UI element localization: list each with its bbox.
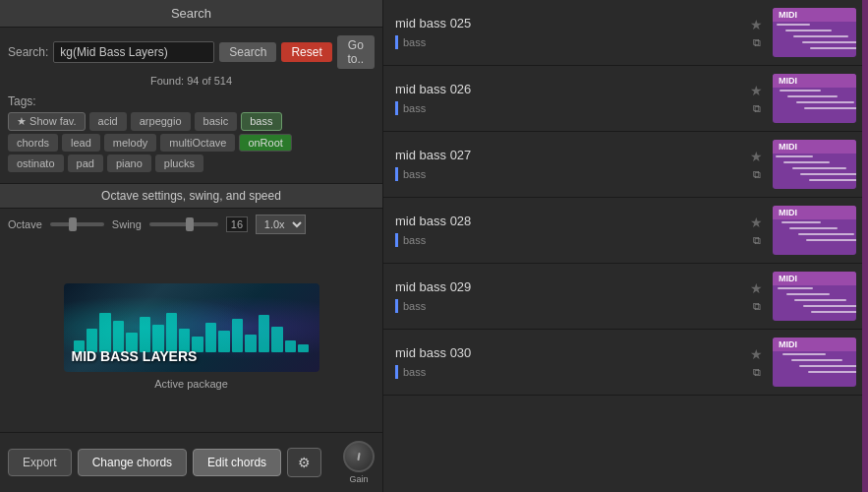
midi-label: MIDI — [773, 272, 856, 285]
left-panel: Search Search: Search Reset Go to.. Foun… — [0, 0, 383, 492]
gain-knob[interactable] — [343, 441, 375, 472]
bottom-toolbar: Export Change chords Edit chords ⚙ Gain — [0, 432, 382, 492]
tag-piano[interactable]: piano — [107, 154, 151, 172]
track-category-row: bass — [395, 34, 740, 49]
package-subtitle: Active package — [154, 378, 228, 390]
midi-pattern — [773, 219, 856, 255]
midi-note — [806, 239, 856, 241]
midi-note — [776, 155, 813, 157]
track-info: mid bass 028bass — [395, 214, 740, 247]
tags-row-3: ostinato pad piano plucks — [8, 154, 375, 172]
tag-arpeggio[interactable]: arpeggio — [131, 112, 191, 131]
tags-label: Tags: — [8, 94, 375, 108]
midi-note — [802, 41, 856, 43]
track-category-row: bass — [395, 232, 740, 247]
package-image: MID BASS LAYERS — [64, 283, 319, 372]
copy-icon[interactable]: ⧉ — [753, 36, 761, 49]
goto-button[interactable]: Go to.. — [337, 35, 375, 69]
track-category: bass — [403, 366, 426, 378]
track-tag-bar — [395, 299, 398, 313]
copy-icon[interactable]: ⧉ — [753, 234, 761, 247]
settings-button[interactable]: ⚙ — [287, 448, 321, 477]
track-actions: ★⧉ — [750, 83, 763, 115]
midi-pattern — [773, 154, 856, 189]
copy-icon[interactable]: ⧉ — [753, 168, 761, 181]
midi-note — [782, 353, 826, 355]
midi-note — [800, 173, 856, 175]
midi-preview: MIDI — [773, 140, 856, 189]
reset-button[interactable]: Reset — [281, 42, 331, 62]
midi-note — [808, 371, 856, 373]
star-icon[interactable]: ★ — [750, 17, 763, 32]
track-category: bass — [403, 168, 426, 180]
track-item[interactable]: mid bass 028bass★⧉MIDI — [383, 198, 868, 264]
copy-icon[interactable]: ⧉ — [753, 102, 761, 115]
speed-select[interactable]: 1.0x 0.5x 2.0x — [256, 215, 306, 234]
track-actions: ★⧉ — [750, 17, 763, 49]
track-tag-bar — [395, 35, 398, 49]
track-actions: ★⧉ — [750, 149, 763, 181]
track-item[interactable]: mid bass 026bass★⧉MIDI — [383, 66, 868, 132]
tags-row-2: chords lead melody multiOctave onRoot — [8, 134, 375, 152]
track-item[interactable]: mid bass 029bass★⧉MIDI — [383, 264, 868, 330]
change-chords-button[interactable]: Change chords — [78, 449, 187, 476]
swing-value-input[interactable] — [226, 216, 248, 232]
track-info: mid bass 026bass — [395, 82, 740, 115]
tag-lead[interactable]: lead — [62, 134, 100, 152]
track-tag-bar — [395, 233, 398, 247]
search-input[interactable] — [53, 41, 214, 63]
star-icon[interactable]: ★ — [750, 215, 763, 230]
edit-chords-button[interactable]: Edit chords — [193, 449, 281, 476]
tag-pad[interactable]: pad — [68, 154, 103, 172]
track-tag-bar — [395, 101, 398, 115]
track-item[interactable]: mid bass 030bass★⧉MIDI — [383, 330, 868, 396]
package-bars — [74, 313, 310, 352]
tag-basic[interactable]: basic — [195, 112, 238, 131]
gain-label: Gain — [349, 474, 368, 484]
export-button[interactable]: Export — [8, 449, 72, 476]
search-button[interactable]: Search — [219, 42, 276, 62]
found-text: Found: 94 of 514 — [0, 73, 382, 91]
swing-slider[interactable] — [149, 222, 218, 226]
tag-onroot[interactable]: onRoot — [239, 134, 291, 152]
star-icon[interactable]: ★ — [750, 280, 763, 296]
copy-icon[interactable]: ⧉ — [753, 366, 761, 379]
package-area: MID BASS LAYERS Active package — [0, 240, 382, 432]
midi-preview: MIDI — [773, 206, 856, 255]
tag-fav[interactable]: ★ Show fav. — [8, 112, 86, 131]
tag-bass[interactable]: bass — [241, 112, 281, 131]
track-item[interactable]: mid bass 025bass★⧉MIDI — [383, 0, 868, 66]
track-name: mid bass 030 — [395, 345, 740, 360]
midi-note — [799, 365, 856, 367]
midi-preview: MIDI — [773, 74, 856, 123]
track-category-row: bass — [395, 298, 740, 313]
midi-note — [804, 107, 856, 109]
star-icon[interactable]: ★ — [750, 346, 763, 362]
midi-label: MIDI — [773, 74, 856, 88]
search-label: Search: — [8, 45, 48, 59]
tag-chords[interactable]: chords — [8, 134, 58, 152]
track-category-row: bass — [395, 364, 740, 379]
tag-melody[interactable]: melody — [104, 134, 156, 152]
tag-plucks[interactable]: plucks — [155, 154, 203, 172]
track-tag-bar — [395, 167, 398, 181]
copy-icon[interactable]: ⧉ — [753, 300, 761, 313]
midi-pattern — [773, 351, 856, 387]
tag-ostinato[interactable]: ostinato — [8, 154, 64, 172]
track-category: bass — [403, 36, 426, 48]
track-category-row: bass — [395, 100, 740, 115]
midi-note — [811, 311, 856, 313]
track-tag-bar — [395, 365, 398, 379]
search-header: Search — [0, 0, 382, 28]
tag-multioctave[interactable]: multiOctave — [160, 134, 235, 152]
track-item[interactable]: mid bass 027bass★⧉MIDI — [383, 132, 868, 198]
midi-preview: MIDI — [773, 272, 856, 321]
midi-note — [786, 293, 830, 295]
star-icon[interactable]: ★ — [750, 149, 763, 164]
star-icon[interactable]: ★ — [750, 83, 763, 98]
octave-slider[interactable] — [50, 222, 104, 226]
tags-row-1: ★ Show fav. acid arpeggio basic bass — [8, 112, 375, 131]
swing-label: Swing — [112, 218, 142, 230]
tag-acid[interactable]: acid — [89, 112, 127, 131]
track-actions: ★⧉ — [750, 215, 763, 247]
